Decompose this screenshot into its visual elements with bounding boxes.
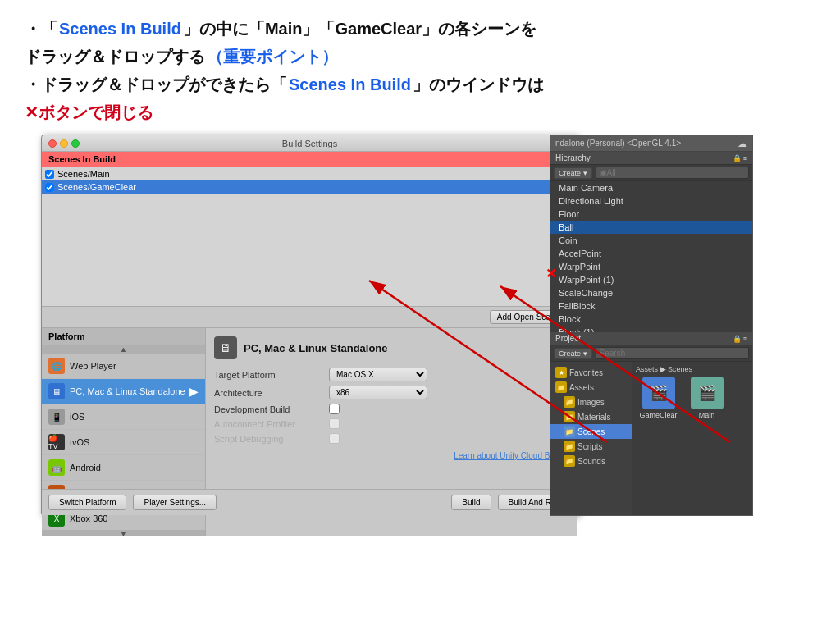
text-line-1: ・「Scenes In Build」の中に「Main」「GameClear」の各… <box>25 15 815 43</box>
hier-item-fallblock[interactable]: FallBlock <box>550 299 752 313</box>
minimize-traffic-light[interactable] <box>60 139 68 148</box>
scenes-in-build-header: Scenes In Build <box>42 152 578 167</box>
scene-checkbox-main[interactable] <box>45 170 54 179</box>
platform-settings-header: 🖥 PC, Mac & Linux Standalone <box>214 336 569 359</box>
setting-architecture: Architecture x86 x86_64 <box>214 386 569 399</box>
hier-item-floor[interactable]: Floor <box>550 208 752 221</box>
images-label: Images <box>578 398 605 407</box>
assets-label: Assets <box>569 383 594 392</box>
tree-item-scenes[interactable]: 📁 Scenes <box>550 424 632 439</box>
hierarchy-create-button[interactable]: Create ▾ <box>554 167 592 179</box>
sounds-label: Sounds <box>578 457 605 466</box>
script-debugging-checkbox[interactable] <box>329 433 340 444</box>
project-header-icons: 🔒 ≡ <box>733 335 747 343</box>
sounds-folder-icon: 📁 <box>564 455 575 467</box>
project-menu-icon[interactable]: ≡ <box>743 335 747 343</box>
platform-item-tvos[interactable]: 🍎TV tvOS <box>42 430 205 455</box>
scene-checkbox-gameclear[interactable] <box>45 183 54 192</box>
learn-link-text: Learn about Unity Cloud Build <box>454 451 563 460</box>
favorites-icon: ★ <box>555 367 567 378</box>
traffic-lights <box>48 139 80 148</box>
text-line-3: ・ドラッグ＆ドロップができたら「Scenes In Build」のウインドウは <box>25 71 815 98</box>
project-create-button[interactable]: Create ▾ <box>554 348 592 359</box>
autoconnect-label: Autoconnect Profiler <box>214 419 329 429</box>
webplayer-icon: 🌐 <box>48 358 65 374</box>
tree-item-images[interactable]: 📁 Images <box>550 395 632 409</box>
hierarchy-title: Hierarchy <box>555 153 591 162</box>
player-settings-button[interactable]: Player Settings... <box>133 495 217 510</box>
autoconnect-checkbox[interactable] <box>329 418 340 429</box>
scene-row-main[interactable]: Scenes/Main 0 <box>42 167 578 180</box>
scripts-label: Scripts <box>578 442 603 451</box>
platform-item-webplayer[interactable]: 🌐 Web Player <box>42 354 205 379</box>
asset-main[interactable]: 🎬 Main <box>684 377 729 419</box>
unity-editor-panel: ndalone (Personal) <OpenGL 4.1> ☁ Hierar… <box>550 135 753 516</box>
platform-item-android[interactable]: 🤖 Android <box>42 455 205 481</box>
favorites-label: Favorites <box>569 368 603 377</box>
tree-item-materials[interactable]: 📁 Materials <box>550 409 632 424</box>
maximize-traffic-light[interactable] <box>71 139 80 148</box>
hier-item-directionallight[interactable]: Directional Light <box>550 194 752 208</box>
bottom-bar: Switch Platform Player Settings... Build… <box>42 489 578 515</box>
learn-link[interactable]: Learn about Unity Cloud Build <box>214 448 569 463</box>
hierarchy-lock-icon[interactable]: 🔒 <box>733 154 742 162</box>
window-title: Build Settings <box>282 139 337 148</box>
hierarchy-header: Hierarchy 🔒 ≡ <box>550 152 752 165</box>
development-build-label: Development Build <box>214 404 329 414</box>
instruction-text: ・「Scenes In Build」の中に「Main」「GameClear」の各… <box>0 0 840 135</box>
platform-label-webplayer: Web Player <box>70 361 116 371</box>
unity-titlebar: ndalone (Personal) <OpenGL 4.1> ☁ <box>550 135 752 152</box>
platform-item-standalone[interactable]: 🖥 PC, Mac & Linux Standalone ▶ <box>42 379 205 404</box>
platform-scroll-down[interactable]: ▼ <box>42 530 205 536</box>
hier-item-maincamera[interactable]: Main Camera <box>550 181 752 194</box>
hier-item-scalechange[interactable]: ScaleChange <box>550 286 752 299</box>
close-traffic-light[interactable] <box>48 139 57 148</box>
project-search-input[interactable] <box>596 347 749 359</box>
hier-item-coin[interactable]: Coin <box>550 234 752 247</box>
platform-item-ios[interactable]: 📱 iOS <box>42 404 205 430</box>
project-header: Project 🔒 ≡ <box>550 332 752 345</box>
target-platform-select[interactable]: Mac OS X Windows Linux <box>329 368 427 381</box>
tree-item-sounds[interactable]: 📁 Sounds <box>550 454 632 468</box>
project-lock-icon[interactable]: 🔒 <box>733 335 742 343</box>
hierarchy-header-icons: 🔒 ≡ <box>733 154 747 162</box>
switch-platform-button[interactable]: Switch Platform <box>48 495 126 510</box>
hier-item-accelpoint[interactable]: AccelPoint <box>550 247 752 260</box>
tree-item-favorites[interactable]: ★ Favorites <box>550 365 632 380</box>
setting-script-debugging: Script Debugging <box>214 433 569 444</box>
asset-gameclear[interactable]: 🎬 GameClear <box>636 377 681 419</box>
unity-titlebar-text: ndalone (Personal) <OpenGL 4.1> <box>555 139 681 148</box>
scripts-folder-icon: 📁 <box>564 441 575 452</box>
cloud-icon[interactable]: ☁ <box>737 138 747 149</box>
assets-breadcrumb: Assets ▶ Scenes <box>636 365 749 373</box>
scene-row-gameclear[interactable]: Scenes/GameClear 1 <box>42 180 578 194</box>
bullet-1: ・「 <box>25 15 57 43</box>
tree-item-assets[interactable]: 📁 Assets <box>550 380 632 395</box>
platform-header: Platform <box>42 328 205 345</box>
text-line-1-part2: 」の中に「Main」「GameClear」の各シーンを <box>183 15 536 43</box>
hierarchy-panel: Hierarchy 🔒 ≡ Create ▾ Main Camera Direc… <box>550 152 752 332</box>
tree-item-scripts[interactable]: 📁 Scripts <box>550 439 632 454</box>
platform-label-ios: iOS <box>70 412 84 422</box>
hierarchy-menu-icon[interactable]: ≡ <box>743 154 747 162</box>
hier-item-ball[interactable]: Ball <box>550 221 752 234</box>
development-build-checkbox[interactable] <box>329 404 340 414</box>
platform-label-standalone: PC, Mac & Linux Standalone <box>70 386 185 396</box>
build-settings-window: Build Settings Scenes In Build Scenes/Ma… <box>41 135 578 516</box>
platform-settings-title: PC, Mac & Linux Standalone <box>244 342 388 354</box>
project-toolbar: Create ▾ <box>550 345 752 362</box>
project-tree: ★ Favorites 📁 Assets 📁 Images 📁 Material… <box>550 362 632 515</box>
main-icon: 🎬 <box>691 377 724 409</box>
hier-item-block[interactable]: Block <box>550 313 752 326</box>
project-title: Project <box>555 334 581 343</box>
hierarchy-search-input[interactable] <box>596 167 749 179</box>
hier-item-warppoint1[interactable]: WarpPoint (1) <box>550 273 752 286</box>
materials-folder-icon: 📁 <box>564 411 575 422</box>
android-icon: 🤖 <box>48 459 65 476</box>
platform-scroll-up[interactable]: ▲ <box>42 345 205 354</box>
project-panel: Project 🔒 ≡ Create ▾ ★ Favorites 📁 <box>550 332 752 515</box>
asset-grid: 🎬 GameClear 🎬 Main <box>636 377 749 419</box>
architecture-select[interactable]: x86 x86_64 <box>329 386 427 399</box>
hier-item-warppoint[interactable]: WarpPoint <box>550 260 752 273</box>
build-button[interactable]: Build <box>451 495 491 510</box>
